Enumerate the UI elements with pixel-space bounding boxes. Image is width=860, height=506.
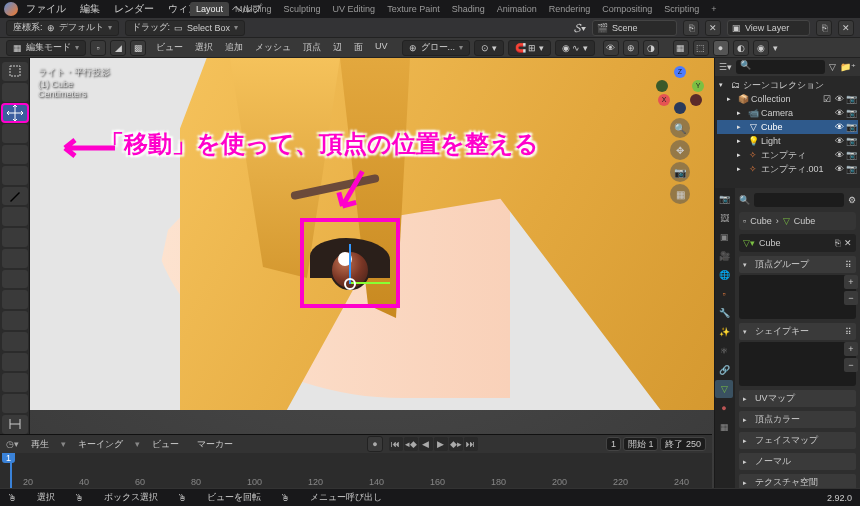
nav-move-icon[interactable]: ✥ <box>670 140 690 160</box>
jump-end-button[interactable]: ⏭ <box>464 437 478 451</box>
spin-tool[interactable] <box>2 373 28 392</box>
shading-wireframe[interactable]: ⬚ <box>693 40 709 56</box>
vp-menu-追加[interactable]: 追加 <box>219 39 249 56</box>
output-tab[interactable]: 🖼 <box>715 209 733 227</box>
prop-edit-dropdown[interactable]: ◉ ∿ ▾ <box>555 40 595 56</box>
tl-menu-marker[interactable]: マーカー <box>191 436 239 453</box>
object-tab[interactable]: ▫ <box>715 285 733 303</box>
visibility-toggle[interactable]: 👁 <box>834 94 844 104</box>
visibility-toggle[interactable]: 📷 <box>846 136 856 146</box>
annotate-tool[interactable] <box>2 187 28 206</box>
delete-viewlayer-button[interactable]: ✕ <box>838 20 854 36</box>
delete-scene-button[interactable]: ✕ <box>705 20 721 36</box>
workspace-tab-+[interactable]: + <box>705 2 722 16</box>
props-breadcrumb[interactable]: ▫ Cube › ▽ Cube <box>739 212 856 230</box>
move-gizmo-x[interactable] <box>350 282 390 284</box>
shape-keys-list[interactable]: +− <box>739 342 856 386</box>
shading-matprev[interactable]: ◐ <box>733 40 749 56</box>
workspace-tab-shading[interactable]: Shading <box>446 2 491 16</box>
visibility-toggle[interactable]: 📷 <box>846 122 856 132</box>
tree-row[interactable]: ▸▽Cube👁📷 <box>717 120 858 134</box>
constraint-tab[interactable]: 🔗 <box>715 361 733 379</box>
rotate-tool[interactable] <box>2 124 28 143</box>
viewport-nav-gizmo[interactable]: Z Y X 🔍 ✥ 📷 ▦ <box>656 66 704 204</box>
start-frame-field[interactable]: 開始 1 <box>623 437 659 451</box>
menu-file[interactable]: ファイル <box>20 0 72 18</box>
vg-remove-button[interactable]: − <box>844 291 858 305</box>
axis-neg-x[interactable] <box>690 94 702 106</box>
new-viewlayer-button[interactable]: ⎘ <box>816 20 832 36</box>
workspace-tab-rendering[interactable]: Rendering <box>543 2 597 16</box>
render-tab[interactable]: 📷 <box>715 190 733 208</box>
props-search-icon[interactable]: 🔍 <box>739 195 750 205</box>
visibility-toggle[interactable]: 👁 <box>834 122 844 132</box>
visibility-toggle[interactable]: 📷 <box>846 150 856 160</box>
outliner[interactable]: ☰▾ 🔍 ▽ 📁⁺ ▾🗂シーンコレクション ▸📦Collection☑👁📷▸📹C… <box>715 58 860 188</box>
inset-faces-tool[interactable] <box>2 270 28 289</box>
texture-tab[interactable]: ▦ <box>715 418 733 436</box>
sk-add-button[interactable]: + <box>844 342 858 356</box>
vp-menu-ビュー[interactable]: ビュー <box>150 39 189 56</box>
mesh-data-name[interactable]: Cube <box>759 238 831 248</box>
workspace-tab-modeling[interactable]: Modeling <box>229 2 278 16</box>
overlays-button[interactable]: ◑ <box>643 40 659 56</box>
tl-menu-view[interactable]: ビュー <box>146 436 185 453</box>
visibility-toggle[interactable]: 📷 <box>846 108 856 118</box>
vp-menu-選択[interactable]: 選択 <box>189 39 219 56</box>
material-tab[interactable]: ● <box>715 399 733 417</box>
vp-menu-頂点[interactable]: 頂点 <box>297 39 327 56</box>
workspace-tab-uv editing[interactable]: UV Editing <box>327 2 382 16</box>
new-scene-button[interactable]: ⎘ <box>683 20 699 36</box>
section-vertex-colors[interactable]: ▸頂点カラー <box>739 411 856 428</box>
scene-browse-icon[interactable]: 𝓢▾ <box>574 21 586 35</box>
play-button[interactable]: ▶ <box>434 437 448 451</box>
visibility-toggle[interactable]: 👁 <box>834 136 844 146</box>
measure-tool[interactable] <box>2 207 28 226</box>
visibility-toggle[interactable]: 👁 <box>834 150 844 160</box>
menu-edit[interactable]: 編集 <box>74 0 106 18</box>
outliner-search-input[interactable]: 🔍 <box>736 60 825 74</box>
workspace-tab-sculpting[interactable]: Sculpting <box>278 2 327 16</box>
move-tool[interactable] <box>2 104 28 123</box>
view-layer-field[interactable]: ▣ <box>727 20 810 36</box>
tree-row[interactable]: ▸📹Camera👁📷 <box>717 106 858 120</box>
tl-menu-play[interactable]: 再生 <box>25 436 55 453</box>
shading-solid[interactable]: ● <box>713 40 729 56</box>
outliner-new-collection-button[interactable]: 📁⁺ <box>840 62 856 72</box>
face-select-mode[interactable]: ▩ <box>130 40 146 56</box>
mesh-data-tab[interactable]: ▽ <box>715 380 733 398</box>
vg-add-button[interactable]: + <box>844 275 858 289</box>
viewlayer-tab[interactable]: ▣ <box>715 228 733 246</box>
scene-tab[interactable]: 🎥 <box>715 247 733 265</box>
shading-rendered[interactable]: ◉ <box>753 40 769 56</box>
keyframe-next-button[interactable]: ◆▸ <box>449 437 463 451</box>
keyframe-prev-button[interactable]: ◂◆ <box>404 437 418 451</box>
workspace-tab-texture paint[interactable]: Texture Paint <box>381 2 446 16</box>
tl-menu-keying[interactable]: キーイング <box>72 436 129 453</box>
tree-row[interactable]: ▸📦Collection☑👁📷 <box>717 92 858 106</box>
section-face-maps[interactable]: ▸フェイスマップ <box>739 432 856 449</box>
axis-x[interactable]: X <box>658 94 670 106</box>
workspace-tab-animation[interactable]: Animation <box>491 2 543 16</box>
section-uv-maps[interactable]: ▸UVマップ <box>739 390 856 407</box>
physics-tab[interactable]: ⚛ <box>715 342 733 360</box>
knife-tool[interactable] <box>2 332 28 351</box>
move-gizmo-center[interactable] <box>344 278 356 290</box>
outliner-filter-button[interactable]: ▽ <box>829 62 836 72</box>
mode-dropdown[interactable]: ▦ 編集モード ▾ <box>6 40 86 56</box>
vp-menu-面[interactable]: 面 <box>348 39 369 56</box>
props-search-input[interactable] <box>754 193 844 207</box>
visibility-toggle[interactable]: ☑ <box>822 94 832 104</box>
orientation-dropdown[interactable]: 座標系: ⊕デフォルト▾ <box>6 20 119 36</box>
autokey-button[interactable]: ● <box>367 436 383 452</box>
play-rev-button[interactable]: ◀ <box>419 437 433 451</box>
axis-z[interactable]: Z <box>674 66 686 78</box>
extrude-region-tool[interactable] <box>2 249 28 268</box>
visibility-toggle[interactable]: 👁 <box>834 164 844 174</box>
snap-dropdown[interactable]: 🧲 ⊞ ▾ <box>508 40 551 56</box>
tree-row[interactable]: ▸✧エンプティ.001👁📷 <box>717 162 858 176</box>
xray-button[interactable]: ▦ <box>673 40 689 56</box>
mesh-users-icon[interactable]: ⎘ <box>835 238 840 248</box>
jump-start-button[interactable]: ⏮ <box>389 437 403 451</box>
vp-menu-辺[interactable]: 辺 <box>327 39 348 56</box>
